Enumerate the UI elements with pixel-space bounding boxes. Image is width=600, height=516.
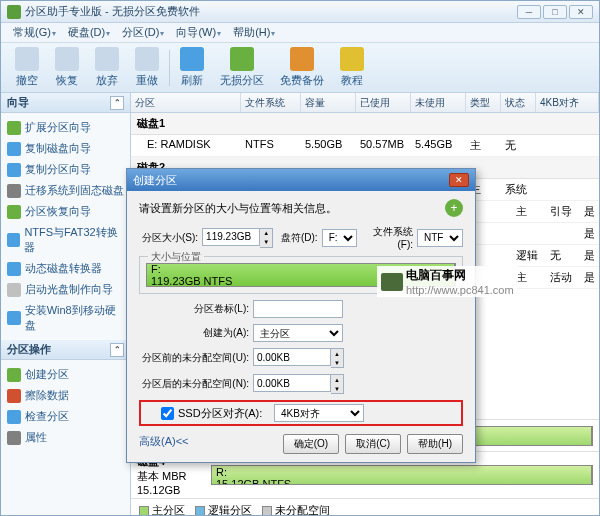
after-label: 分区后的未分配空间(N): — [139, 377, 249, 391]
col-status[interactable]: 状态 — [501, 93, 536, 112]
wizard-list: 扩展分区向导 复制磁盘向导 复制分区向导 迁移系统到固态磁盘 分区恢复向导 NT… — [1, 113, 130, 340]
legend-primary: 主分区 — [139, 503, 185, 515]
table-row[interactable]: E: RAMDISK NTFS 5.50GB 50.57MB 5.45GB 主 … — [131, 135, 599, 157]
cancel-button[interactable]: 取消(C) — [345, 434, 401, 454]
spin-up-icon[interactable]: ▲ — [331, 375, 343, 384]
col-used[interactable]: 已使用 — [356, 93, 411, 112]
redo-button[interactable]: 恢复 — [47, 45, 87, 90]
minimize-button[interactable]: ─ — [517, 5, 541, 19]
ssd-highlight: SSD分区对齐(A): 4KB对齐 — [139, 400, 463, 426]
ssd-checkbox[interactable] — [161, 407, 174, 420]
legend-unalloc: 未分配空间 — [262, 503, 330, 515]
create-partition-dialog: 创建分区 ✕ 请设置新分区的大小与位置等相关信息。 + 分区大小(S): ▲▼ … — [126, 168, 476, 463]
wiz-migrate[interactable]: 迁移系统到固态磁盘 — [3, 180, 128, 201]
wiz-convert[interactable]: NTFS与FAT32转换器 — [3, 222, 128, 258]
createas-select[interactable]: 主分区 — [253, 324, 343, 342]
spin-down-icon[interactable]: ▼ — [331, 384, 343, 393]
vollabel-input[interactable] — [253, 300, 343, 318]
ops-panel-head: 分区操作 ⌃ — [1, 340, 130, 360]
fs-select[interactable]: NTFS — [417, 229, 463, 247]
sidebar: 向导 ⌃ 扩展分区向导 复制磁盘向导 复制分区向导 迁移系统到固态磁盘 分区恢复… — [1, 93, 131, 515]
advanced-link[interactable]: 高级(A)<< — [139, 434, 189, 454]
op-create[interactable]: 创建分区 — [3, 364, 128, 385]
legend-logical: 逻辑分区 — [195, 503, 252, 515]
titlebar: 分区助手专业版 - 无损分区免费软件 ─ □ ✕ — [1, 1, 599, 23]
ok-button[interactable]: 确定(O) — [283, 434, 339, 454]
wiz-dynamic[interactable]: 动态磁盘转换器 — [3, 258, 128, 279]
op-wipe[interactable]: 擦除数据 — [3, 385, 128, 406]
collapse-icon[interactable]: ⌃ — [110, 343, 124, 357]
disk-row[interactable]: 磁盘1 — [131, 113, 599, 135]
col-free[interactable]: 未使用 — [411, 93, 466, 112]
wiz-recover[interactable]: 分区恢复向导 — [3, 201, 128, 222]
spin-up-icon[interactable]: ▲ — [331, 349, 343, 358]
grid-header: 分区 文件系统 容量 已使用 未使用 类型 状态 4KB对齐 — [131, 93, 599, 113]
op-props[interactable]: 属性 — [3, 427, 128, 448]
dialog-close-button[interactable]: ✕ — [449, 173, 469, 187]
size-input[interactable]: ▲▼ — [202, 228, 273, 248]
watermark: 电脑百事网 http://www.pc841.com — [377, 266, 518, 297]
after-input[interactable]: ▲▼ — [253, 374, 344, 394]
col-align[interactable]: 4KB对齐 — [536, 93, 599, 112]
col-type[interactable]: 类型 — [466, 93, 501, 112]
close-button[interactable]: ✕ — [569, 5, 593, 19]
toolbar-sep — [169, 50, 170, 86]
dialog-buttons: 高级(A)<< 确定(O) 取消(C) 帮助(H) — [139, 434, 463, 454]
collapse-icon[interactable]: ⌃ — [110, 96, 124, 110]
menu-disk[interactable]: 硬盘(D)▾ — [62, 25, 116, 40]
col-fs[interactable]: 文件系统 — [241, 93, 301, 112]
maximize-button[interactable]: □ — [543, 5, 567, 19]
menu-partition[interactable]: 分区(D)▾ — [116, 25, 170, 40]
fs-label: 文件系统(F): — [361, 225, 413, 250]
drive-label: 盘符(D): — [277, 231, 318, 245]
menu-general[interactable]: 常规(G)▾ — [7, 25, 62, 40]
window-buttons: ─ □ ✕ — [517, 5, 593, 19]
toolbar: 撤空 恢复 放弃 重做 刷新 无损分区 免费备份 教程 — [1, 43, 599, 93]
discard-button[interactable]: 放弃 — [87, 45, 127, 90]
ssd-label: SSD分区对齐(A): — [178, 406, 270, 421]
app-icon — [7, 5, 21, 19]
spin-down-icon[interactable]: ▼ — [331, 358, 343, 367]
wiz-copydisk[interactable]: 复制磁盘向导 — [3, 138, 128, 159]
col-partition[interactable]: 分区 — [131, 93, 241, 112]
undo-button[interactable]: 撤空 — [7, 45, 47, 90]
dialog-titlebar: 创建分区 ✕ — [127, 169, 475, 191]
col-cap[interactable]: 容量 — [301, 93, 356, 112]
wizard-panel-head: 向导 ⌃ — [1, 93, 130, 113]
refresh-button[interactable]: 刷新 — [172, 45, 212, 90]
backup-button[interactable]: 免费备份 — [272, 45, 332, 90]
legend: 主分区 逻辑分区 未分配空间 — [131, 498, 599, 515]
before-label: 分区前的未分配空间(U): — [139, 351, 249, 365]
watermark-icon — [381, 273, 403, 291]
app-title: 分区助手专业版 - 无损分区免费软件 — [25, 4, 517, 19]
createas-label: 创建为(A): — [139, 326, 249, 340]
lossless-button[interactable]: 无损分区 — [212, 45, 272, 90]
apply-button[interactable]: 重做 — [127, 45, 167, 90]
dialog-title: 创建分区 — [133, 173, 177, 188]
ops-list: 创建分区 擦除数据 检查分区 属性 — [1, 360, 130, 452]
wiz-bootdisk[interactable]: 启动光盘制作向导 — [3, 279, 128, 300]
size-position-fieldset: 大小与位置 F: 119.23GB NTFS 电脑百事网 http://www.… — [139, 256, 463, 294]
size-label: 分区大小(S): — [139, 231, 198, 245]
plus-icon: + — [445, 199, 463, 217]
menu-help[interactable]: 帮助(H)▾ — [227, 25, 281, 40]
drive-select[interactable]: F: — [322, 229, 357, 247]
wiz-win8[interactable]: 安装Win8到移动硬盘 — [3, 300, 128, 336]
disk-bar[interactable]: R: 15.12GB NTFS — [211, 465, 593, 485]
help-button[interactable]: 帮助(H) — [407, 434, 463, 454]
spin-down-icon[interactable]: ▼ — [260, 238, 272, 247]
dialog-info: 请设置新分区的大小与位置等相关信息。 + — [139, 199, 463, 217]
spin-up-icon[interactable]: ▲ — [260, 229, 272, 238]
wiz-copypart[interactable]: 复制分区向导 — [3, 159, 128, 180]
vollabel-label: 分区卷标(L): — [139, 302, 249, 316]
menubar: 常规(G)▾ 硬盘(D)▾ 分区(D)▾ 向导(W)▾ 帮助(H)▾ — [1, 23, 599, 43]
ssd-select[interactable]: 4KB对齐 — [274, 404, 364, 422]
wiz-extend[interactable]: 扩展分区向导 — [3, 117, 128, 138]
tutorial-button[interactable]: 教程 — [332, 45, 372, 90]
op-check[interactable]: 检查分区 — [3, 406, 128, 427]
dialog-body: 请设置新分区的大小与位置等相关信息。 + 分区大小(S): ▲▼ 盘符(D): … — [127, 191, 475, 462]
menu-wizard[interactable]: 向导(W)▾ — [170, 25, 227, 40]
partition-bar[interactable]: F: 119.23GB NTFS 电脑百事网 http://www.pc841.… — [146, 263, 456, 287]
before-input[interactable]: ▲▼ — [253, 348, 344, 368]
